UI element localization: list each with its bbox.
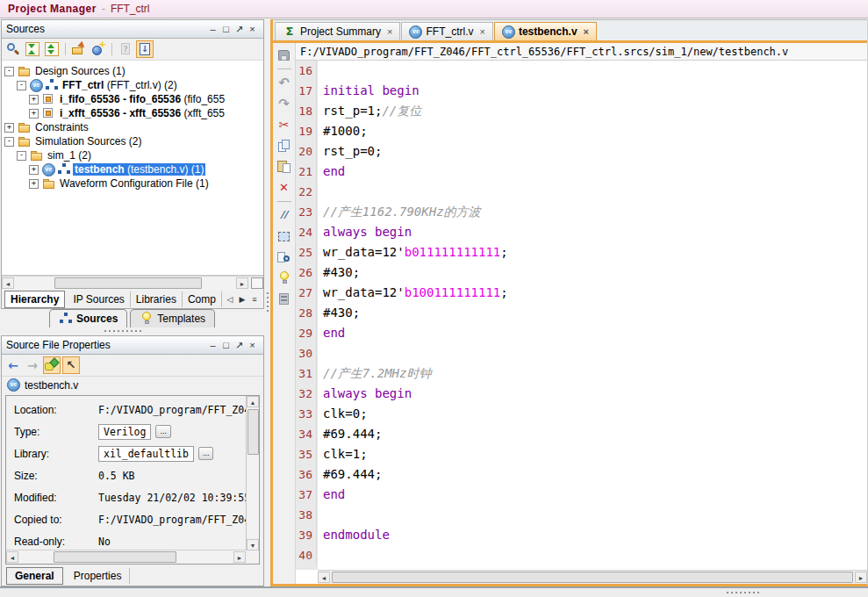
close-tab-icon[interactable]: × [387, 26, 392, 37]
save-button[interactable] [275, 46, 294, 65]
minimize-icon[interactable]: – [206, 337, 219, 353]
tree-expander-icon[interactable]: + [4, 123, 14, 133]
tree-expander-icon[interactable]: + [29, 179, 39, 189]
maximize-icon[interactable]: □ [219, 337, 233, 353]
pane-tab-templates[interactable]: Templates [130, 309, 215, 327]
delete-icon: ✕ [277, 181, 291, 195]
editor-horizontal-scrollbar[interactable]: ◄ ► [318, 570, 867, 584]
bulb-button[interactable] [275, 269, 294, 288]
editor-tab-testbench-v[interactable]: vetestbench.v× [494, 22, 597, 40]
collapse-all-button[interactable] [24, 40, 41, 58]
tab-list-button[interactable]: ≡ [248, 295, 261, 304]
tree-expander-icon[interactable]: - [17, 81, 26, 90]
scrollbar-track[interactable] [14, 277, 236, 289]
tree-expander-icon[interactable]: + [29, 165, 39, 175]
tree-item-fft-ctrl[interactable]: -veFFT_ctrl (FFT_ctrl.v) (2) [2, 78, 263, 92]
scroll-right-button[interactable]: ► [233, 551, 246, 563]
sources-tree[interactable]: -Design Sources (1)-veFFT_ctrl (FFT_ctrl… [2, 61, 263, 276]
tree-expander-icon[interactable]: - [4, 67, 14, 76]
delete-button[interactable]: ✕ [275, 178, 294, 198]
tree-item-label: sim_1 (2) [46, 149, 93, 162]
search-button[interactable] [4, 40, 22, 58]
title-separator: - [102, 3, 105, 15]
tree-expander-icon[interactable]: - [4, 137, 14, 147]
find-button[interactable] [275, 248, 294, 267]
editor-tab-fft-ctrl-v[interactable]: veFFT_ctrl.v× [401, 22, 492, 40]
tab-scroll-left-button[interactable]: ◁ [224, 295, 236, 304]
tree-item-i-xfft-65536-xfft-65536[interactable]: +i_xfft_65536 - xfft_65536 (xfft_655 [2, 106, 263, 120]
create-button[interactable] [90, 40, 107, 58]
view-tab-ip-sources[interactable]: IP Sources [68, 291, 130, 307]
splitter-handle[interactable] [727, 592, 759, 593]
properties-vertical-scrollbar[interactable]: ▲ ▼ [246, 396, 259, 550]
scroll-left-button[interactable]: ◄ [318, 572, 330, 583]
tree-item-i-fifo-65536-fifo-65536[interactable]: +i_fifo_65536 - fifo_65536 (fifo_655 [2, 92, 263, 106]
doc-help-button[interactable] [117, 40, 134, 58]
scrollbar-track[interactable] [18, 551, 233, 563]
code-line: 32always begin [296, 384, 867, 404]
ellipsis-button[interactable]: ... [155, 425, 171, 438]
pointer-button[interactable]: ↖ [62, 356, 80, 374]
code-area[interactable]: 1617initial begin18rst_p=1;//复位19#1000;2… [296, 61, 867, 570]
tab-scroll-right-button[interactable]: ▶ [236, 295, 248, 304]
tree-item-waveform-configuration-file[interactable]: +Waveform Configuration File (1) [2, 176, 263, 191]
back-button[interactable]: ← [4, 356, 22, 374]
view-tab-comp[interactable]: Comp [183, 291, 222, 307]
property-input[interactable]: xil_defaultlib [98, 446, 194, 462]
property-input[interactable]: Verilog [98, 424, 151, 440]
properties-horizontal-scrollbar[interactable]: ◄ ► [6, 550, 246, 564]
block-select-button[interactable] [275, 227, 294, 246]
pane-tab-sources[interactable]: Sources [49, 309, 127, 327]
tree-item-sim-1[interactable]: -sim_1 (2) [2, 148, 263, 162]
scrollbar-thumb[interactable] [247, 409, 259, 455]
scroll-right-button[interactable]: ► [855, 572, 867, 583]
close-tab-icon[interactable]: × [479, 26, 484, 37]
expand-all-button[interactable] [43, 40, 61, 58]
redo-button[interactable]: ↷ [275, 94, 294, 113]
props-tab-general[interactable]: General [6, 567, 63, 585]
view-tab-libraries[interactable]: Libraries [131, 291, 183, 307]
scrollbar-thumb[interactable] [54, 277, 202, 289]
open-add-button[interactable] [70, 40, 88, 58]
scroll-left-button[interactable]: ◄ [6, 551, 18, 563]
scroll-left-button[interactable]: ◄ [2, 277, 14, 289]
maximize-icon[interactable]: □ [219, 21, 233, 37]
minimize-icon[interactable]: – [206, 21, 219, 37]
float-icon[interactable]: ↗ [233, 337, 246, 353]
float-icon[interactable]: ↗ [233, 21, 246, 37]
close-icon[interactable]: × [246, 337, 259, 353]
splitter-dots[interactable] [104, 330, 141, 332]
selected-file-name: testbench.v [25, 379, 78, 392]
scrollbar-track[interactable] [247, 407, 259, 539]
tree-expander-icon[interactable]: + [29, 95, 39, 104]
tree-item-constraints[interactable]: +Constraints [2, 120, 263, 134]
copy-button[interactable] [275, 136, 294, 155]
close-tab-icon[interactable]: × [584, 26, 589, 37]
scroll-right-button[interactable]: ► [236, 277, 248, 289]
scrollbar-thumb[interactable] [332, 572, 853, 583]
props-tab-properties[interactable]: Properties [66, 568, 131, 584]
paste-button[interactable] [275, 157, 294, 176]
tree-horizontal-scrollbar[interactable]: ◄ ► [2, 276, 263, 290]
tree-item-testbench[interactable]: +vetestbench (testbench.v) (1) [2, 162, 263, 176]
panel-corner-button[interactable] [251, 277, 263, 289]
tasks-button[interactable] [275, 290, 294, 309]
scroll-down-button[interactable]: ▼ [247, 539, 259, 550]
cut-button[interactable]: ✂ [275, 115, 294, 134]
locate-button[interactable] [136, 40, 154, 58]
comment-button[interactable]: // [275, 205, 294, 225]
scroll-up-button[interactable]: ▲ [247, 396, 259, 407]
ellipsis-button[interactable]: ... [198, 447, 214, 460]
tree-item-design-sources[interactable]: -Design Sources (1) [2, 64, 263, 78]
scrollbar-thumb[interactable] [54, 551, 176, 563]
scrollbar-track[interactable] [330, 572, 855, 583]
tree-expander-icon[interactable]: - [17, 151, 26, 161]
tree-item-simulation-sources[interactable]: -Simulation Sources (2) [2, 134, 263, 148]
view-tab-hierarchy[interactable]: Hierarchy [4, 291, 65, 308]
undo-button[interactable]: ↶ [275, 73, 294, 92]
tree-expander-icon[interactable]: + [29, 109, 39, 119]
prop-edit-button[interactable] [43, 356, 61, 374]
forward-button[interactable]: → [24, 356, 41, 374]
editor-tab-project-summary[interactable]: ΣProject Summary× [275, 22, 400, 40]
close-icon[interactable]: × [246, 21, 259, 37]
